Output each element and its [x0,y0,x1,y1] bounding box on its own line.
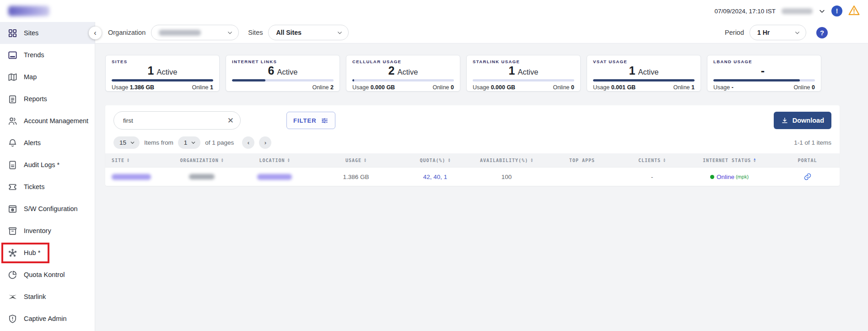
card-online: Online 0 [432,84,454,91]
page-value: 1 [184,139,188,146]
grid-icon [7,28,18,38]
sidebar-item-starlink[interactable]: Starlink [0,286,95,308]
notification-badge-icon[interactable]: ! [831,5,842,16]
sidebar-item-tickets[interactable]: Tickets [0,176,95,198]
sidebar-item-label: Map [24,73,37,81]
stat-card-starlink-usage: STARLINK USAGE 1Active Usage 0.000 GB On… [466,55,581,92]
sort-icon[interactable]: ▲▼ [448,158,451,163]
stat-card-lband-usage: LBAND USAGE - Usage - Online 0 [707,55,821,92]
card-online: Online 2 [312,84,334,91]
stat-card-cellular-usage: CELLULAR USAGE 2Active Usage 0.000 GB On… [346,55,460,92]
highlight-red-box: Hub * [1,243,49,263]
clear-search-icon[interactable]: ✕ [227,117,234,125]
site-link-redacted[interactable] [112,174,151,180]
sidebar-item-trends[interactable]: Trends [0,44,95,66]
column-header-usage[interactable]: USAGE ▲▼ [311,158,401,163]
reports-icon [7,94,18,104]
card-online: Online 1 [673,84,695,91]
portal-link-icon[interactable] [803,173,812,181]
sidebar-item-reports[interactable]: Reports [0,88,95,110]
filter-sliders-icon [321,117,329,125]
sidebar-item-sites[interactable]: Sites [0,22,95,44]
sidebar-item-account-management[interactable]: Account Management [0,110,95,132]
column-header-clients[interactable]: CLIENTS ▲▼ [620,158,684,163]
sort-icon[interactable]: ▲▼ [364,158,367,163]
card-value: 1 [509,64,515,77]
card-usage: Usage - [713,84,733,91]
topbar: 07/09/2024, 17:10 IST ! [0,0,868,22]
card-online: Online 0 [553,84,574,91]
search-input[interactable] [122,117,227,125]
sidebar-item-hub[interactable]: Hub * [0,242,95,264]
card-value: - [761,64,765,77]
sites-table-panel: ✕ FILTER Download [105,105,840,186]
sidebar-item-inventory[interactable]: Inventory [0,220,95,242]
sort-icon[interactable]: ▲▼ [754,158,756,163]
column-header-portal[interactable]: PORTAL [775,158,840,163]
sort-icon[interactable]: ▲▼ [288,158,290,163]
chevron-down-icon [191,140,196,145]
download-button[interactable]: Download [774,112,831,129]
page-size-select[interactable]: 15 [113,136,140,149]
captive-admin-shield-icon [7,314,18,324]
card-suffix: Active [156,68,177,76]
warning-triangle-icon[interactable] [848,5,860,17]
period-select[interactable]: 1 Hr [749,25,806,40]
sidebar-item-map[interactable]: Map [0,66,95,88]
help-icon[interactable]: ? [816,27,828,38]
sidebar-item-quota-kontrol[interactable]: Quota Kontrol [0,264,95,286]
main-content: ‹ Organization Sites All Sites Period 1 … [95,22,868,331]
cell-quota[interactable]: 42, 40, 1 [401,174,469,180]
card-value: 6 [268,64,275,77]
period-label: Period [725,29,744,36]
organization-label: Organization [108,29,146,36]
sidebar-item-label: Tickets [24,183,44,190]
sidebar-item-audit-logs[interactable]: Audit Logs * [0,154,95,176]
period-select-value: 1 Hr [757,29,770,36]
sidebar-item-label: Starlink [24,293,46,300]
sort-icon[interactable]: ▲▼ [663,158,666,163]
user-menu[interactable] [782,8,813,14]
page-select[interactable]: 1 [178,136,201,149]
column-header-quota[interactable]: QUOTA(%) ▲▼ [401,158,469,163]
sidebar-item-sw-configuration[interactable]: S/W Configuration [0,198,95,220]
card-usage: Usage 0.000 GB [473,84,515,91]
status-text: Online [717,174,734,180]
account-icon [7,116,18,126]
sidebar-collapse-button[interactable]: ‹ [89,27,102,39]
card-title: INTERNET LINKS [232,59,334,64]
column-header-location[interactable]: LOCATION ▲▼ [238,158,311,163]
user-chevron-down-icon[interactable] [819,8,825,15]
card-suffix: Active [518,68,538,76]
filter-button-label: FILTER [293,117,317,124]
column-header-site[interactable]: SITE ▲▼ [105,158,166,163]
trends-icon [7,50,18,60]
card-online: Online 1 [192,84,213,91]
prev-page-button[interactable]: ‹ [242,136,254,149]
sidebar-item-alerts[interactable]: Alerts [0,132,95,154]
usage-progress-bar [473,79,574,81]
filter-button[interactable]: FILTER [286,112,335,129]
chevron-down-icon [227,30,233,36]
column-header-availability[interactable]: AVAILABILITY(%) ▲▼ [469,158,544,163]
card-value: 1 [629,64,636,77]
cell-site [105,174,166,180]
column-header-organization[interactable]: ORGANIZATION ▲▼ [166,158,238,163]
organization-select[interactable] [151,25,239,40]
column-header-internet-status[interactable]: INTERNET STATUS ▲▼ [684,158,775,163]
download-icon [781,117,788,124]
sort-icon[interactable]: ▲▼ [221,158,224,163]
sw-configuration-icon [7,204,18,214]
chevron-down-icon [130,140,135,145]
location-link-redacted[interactable] [257,174,292,180]
sort-icon[interactable]: ▲▼ [127,158,129,163]
sites-select[interactable]: All Sites [268,25,349,40]
sidebar-item-label: Inventory [24,227,51,234]
column-header-top-apps[interactable]: TOP APPS [544,158,620,163]
card-usage: Usage 1.386 GB [112,84,154,91]
sidebar-item-captive-admin[interactable]: Captive Admin [0,308,95,330]
card-usage: Usage 0.001 GB [593,84,636,91]
sort-icon[interactable]: ▲▼ [531,158,533,163]
next-page-button[interactable]: › [259,136,271,149]
table-row[interactable]: 1.386 GB 42, 40, 1 100 - Online (mpk) [105,167,840,186]
